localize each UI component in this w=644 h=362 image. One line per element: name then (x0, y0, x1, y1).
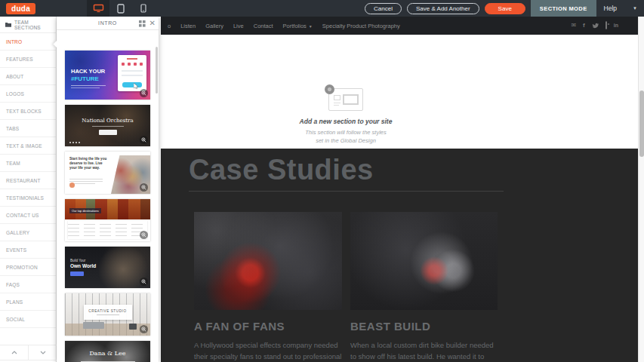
case-study-body: When a local custom dirt bike builder ne… (350, 340, 498, 362)
sidebar-item-team[interactable]: TEAM (0, 155, 56, 172)
section-thumb-national-orchestra[interactable]: National Orchestra (65, 105, 150, 146)
section-thumb-live-your-way[interactable]: Start living the life you deserve to liv… (65, 152, 150, 194)
case-study-card-fans: A FAN OF FANS A Hollywood special effect… (194, 212, 342, 362)
zoom-preview-icon[interactable] (140, 89, 148, 97)
site-navbar: o Listen Gallery Live Contact Portfolios… (161, 17, 638, 35)
zoom-preview-icon[interactable] (140, 231, 148, 239)
twitter-icon[interactable] (592, 23, 599, 29)
heading-divider (189, 191, 504, 192)
nav-item-gallery[interactable]: Gallery (205, 23, 223, 29)
sidebar-item-social[interactable]: SOCIAL (0, 311, 56, 328)
email-icon[interactable]: ✉ (571, 23, 576, 29)
zoom-preview-icon[interactable] (140, 183, 148, 192)
sidebar-item-contact-us[interactable]: CONTACT US (0, 207, 56, 224)
thumb-title: HACK YOUR (71, 68, 105, 75)
thumb-title-line1: Build Your (70, 259, 85, 262)
section-thumb-top-destinations[interactable]: Our top destinations (65, 199, 150, 241)
panel-scrollbar[interactable] (156, 47, 158, 94)
sidebar-item-restaurant[interactable]: RESTAURANT (0, 172, 56, 189)
duda-logo: duda (6, 3, 35, 14)
youtube-icon[interactable] (605, 23, 607, 29)
site-preview: o Listen Gallery Live Contact Portfolios… (161, 17, 638, 362)
section-mode-badge: SECTION MODE (531, 0, 596, 17)
sidebar-item-about[interactable]: ABOUT (0, 68, 56, 85)
page-scrollbar[interactable] (638, 17, 644, 362)
sidebar-item-logos[interactable]: LOGOS (0, 85, 56, 103)
add-section-block: Add a new section to your site This sect… (284, 88, 408, 146)
case-studies-section: Case Studies A FAN OF FANS A Hollywood s… (161, 149, 638, 362)
nav-item-live[interactable]: Live (233, 23, 244, 29)
signup-form-graphic (118, 55, 146, 91)
section-thumb-creative-studio[interactable]: CREATIVE STUDIO (65, 293, 150, 336)
zoom-preview-icon[interactable] (140, 136, 148, 144)
nav-item-specialty[interactable]: Specialty Product Photography (322, 23, 400, 29)
thumb-caption: Our top destinations (69, 208, 101, 213)
thumb-sofa-graphic (83, 322, 104, 329)
nav-item-portfolios[interactable]: Portfolios▼ (283, 23, 313, 29)
case-study-body: A Hollywood special effects company need… (194, 340, 342, 362)
scroll-down-button[interactable] (29, 345, 57, 360)
grid-view-icon[interactable] (139, 20, 146, 27)
chevron-down-icon: ▼ (309, 24, 313, 29)
facebook-icon[interactable]: f (583, 23, 585, 29)
sidebar-item-testimonials[interactable]: TESTIMONIALS (0, 189, 56, 207)
scrollbar-thumb[interactable] (639, 90, 644, 157)
close-icon[interactable]: ✕ (149, 18, 156, 28)
desktop-icon (93, 4, 104, 13)
nav-item-listen[interactable]: Listen (180, 23, 196, 29)
mobile-icon (140, 4, 146, 13)
panel-header: INTRO ✕ (57, 17, 159, 30)
thumb-overlay-card: CREATIVE STUDIO (84, 305, 132, 320)
form-button-graphic (122, 82, 142, 87)
scroll-up-button[interactable] (0, 345, 29, 360)
chevron-down-icon (40, 351, 46, 354)
desktop-view-button[interactable] (87, 0, 109, 17)
case-study-card-beast: BEAST BUILD When a local custom dirt bik… (350, 212, 498, 362)
nav-item-clipped[interactable]: o (168, 23, 171, 29)
panel-title: INTRO (98, 20, 117, 26)
carousel-dots (69, 142, 80, 143)
section-thumb-dana-and-lee[interactable]: Dana & Lee (65, 341, 150, 362)
linkedin-icon[interactable]: in (614, 23, 618, 29)
sidebar-item-features[interactable]: FEATURES (0, 51, 56, 68)
sidebar-item-intro[interactable]: INTRO (0, 33, 56, 51)
nav-item-contact[interactable]: Contact (254, 23, 273, 29)
sidebar-item-promotion[interactable]: PROMOTION (0, 259, 56, 276)
cursor-icon (134, 83, 138, 89)
section-thumb-build-your-own-world[interactable]: Build Your Own World (65, 247, 150, 288)
section-thumb-hack-your-future[interactable]: HACK YOUR #FUTURE (65, 51, 150, 100)
tablet-view-button[interactable] (109, 0, 132, 17)
sidebar-item-plans[interactable]: PLANS (0, 293, 56, 311)
drag-handle-icon (325, 84, 334, 94)
sections-sidebar: TEAM SECTIONS INTRO FEATURES ABOUT LOGOS… (0, 17, 57, 362)
sidebar-item-text-blocks[interactable]: TEXT BLOCKS (0, 103, 56, 120)
case-study-image-fans (194, 212, 342, 310)
intro-sections-panel: INTRO ✕ HACK YOUR #FUTURE (57, 17, 159, 362)
save-add-another-button[interactable]: Save & Add Another (407, 3, 479, 14)
zoom-preview-icon[interactable] (140, 278, 148, 286)
case-studies-heading: Case Studies (189, 154, 374, 186)
mobile-view-button[interactable] (132, 0, 155, 17)
zoom-preview-icon[interactable] (140, 325, 148, 333)
sidebar-item-tabs[interactable]: TABS (0, 120, 56, 137)
topbar-actions: Cancel Save & Add Another Save SECTION M… (365, 0, 644, 17)
editor-topbar: duda Cancel Save & Add Another Save SECT… (0, 0, 644, 17)
cancel-button[interactable]: Cancel (365, 3, 402, 14)
sidebar-item-events[interactable]: EVENTS (0, 241, 56, 259)
social-icons: ✉ f in (571, 17, 618, 35)
sidebar-item-gallery[interactable]: GALLERY (0, 224, 56, 241)
chevron-down-icon[interactable]: ▼ (633, 6, 637, 11)
tablet-icon (117, 4, 125, 14)
thumb-title: Dana & Lee (65, 350, 150, 357)
thumb-title: CREATIVE STUDIO (84, 309, 132, 313)
save-button[interactable]: Save (485, 3, 525, 14)
sidebar-item-text-image[interactable]: TEXT & IMAGE (0, 137, 56, 155)
thumb-chair-graphic (129, 324, 137, 330)
add-section-dropzone[interactable]: Add a new section to your site This sect… (161, 35, 638, 149)
thumb-subtitle: #FUTURE (71, 75, 99, 82)
thumb-button-graphic (99, 130, 117, 135)
thumb-cta-graphic (69, 183, 75, 188)
help-menu[interactable]: Help (604, 5, 617, 12)
chevron-up-icon (11, 351, 17, 354)
sidebar-item-faqs[interactable]: FAQS (0, 276, 56, 293)
